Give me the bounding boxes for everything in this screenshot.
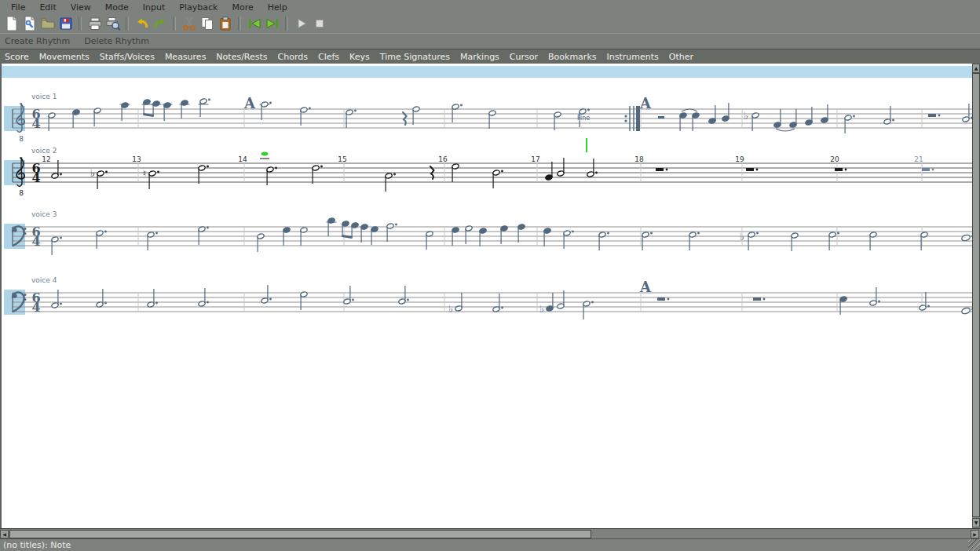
tab-instruments[interactable]: Instruments xyxy=(607,52,659,62)
svg-text:14: 14 xyxy=(238,155,247,163)
delete-rhythm-button[interactable]: Delete Rhythm xyxy=(84,36,149,46)
tool-tab-bar: Score Movements Staffs/Voices Measures N… xyxy=(0,49,980,64)
status-text: (no titles): Note xyxy=(0,540,71,550)
svg-text:21: 21 xyxy=(914,155,923,163)
tab-cursor[interactable]: Cursor xyxy=(510,52,538,62)
toolbar-separator xyxy=(285,16,288,31)
svg-text:♭: ♭ xyxy=(740,231,744,243)
toolbar-separator xyxy=(79,16,82,31)
horizontal-scrollbar[interactable]: ◀ ▶ xyxy=(0,528,980,538)
svg-text:voice 2: voice 2 xyxy=(31,147,57,155)
tab-clefs[interactable]: Clefs xyxy=(318,52,339,62)
redo-icon[interactable] xyxy=(151,15,169,32)
menu-bar: File Edit View Mode Input Playback More … xyxy=(0,0,980,14)
print-preview-icon[interactable] xyxy=(104,15,122,32)
tab-time-signatures[interactable]: Time Signatures xyxy=(380,52,450,62)
menu-more[interactable]: More xyxy=(225,2,259,13)
tab-movements[interactable]: Movements xyxy=(39,52,90,62)
svg-text:16: 16 xyxy=(438,155,448,163)
svg-text:4: 4 xyxy=(31,300,40,315)
open-folder-icon[interactable] xyxy=(38,15,57,32)
save-icon[interactable] xyxy=(57,15,75,32)
scroll-left-button[interactable]: ◀ xyxy=(0,530,9,538)
svg-text:8: 8 xyxy=(19,189,24,197)
svg-text:voice 1: voice 1 xyxy=(31,93,57,100)
svg-text:♭: ♭ xyxy=(448,303,453,315)
toolbar-separator xyxy=(238,16,241,31)
toolbar-separator xyxy=(173,16,176,31)
vertical-scrollbar-thumb[interactable] xyxy=(972,73,980,517)
svg-text:4: 4 xyxy=(31,234,40,249)
scroll-up-button[interactable]: ▲ xyxy=(972,64,980,73)
svg-text:8: 8 xyxy=(19,135,24,143)
status-bar: (no titles): Note xyxy=(0,538,980,551)
paste-icon[interactable] xyxy=(216,15,234,32)
tab-other[interactable]: Other xyxy=(669,52,693,62)
copy-icon[interactable] xyxy=(198,15,216,32)
menu-mode[interactable]: Mode xyxy=(99,2,135,13)
document-wizard-icon[interactable] xyxy=(20,15,38,32)
svg-text:♭: ♭ xyxy=(90,167,95,179)
svg-text:A: A xyxy=(639,279,652,295)
go-to-end-icon[interactable] xyxy=(263,15,281,32)
scroll-right-button[interactable]: ▶ xyxy=(971,530,979,538)
svg-text:12: 12 xyxy=(42,155,50,163)
tab-keys[interactable]: Keys xyxy=(349,52,370,62)
tab-measures[interactable]: Measures xyxy=(165,52,206,62)
resize-grip[interactable] xyxy=(968,539,980,551)
rhythm-toolbar: Create Rhythm Delete Rhythm xyxy=(0,33,980,49)
svg-text:A: A xyxy=(243,95,256,111)
svg-text:♮: ♮ xyxy=(143,168,146,179)
scroll-down-button[interactable]: ▼ xyxy=(972,518,980,527)
svg-text:voice 4: voice 4 xyxy=(31,276,57,284)
svg-text:13: 13 xyxy=(132,155,141,163)
toolbar-separator xyxy=(126,16,129,31)
svg-text:4: 4 xyxy=(31,116,40,131)
menu-view[interactable]: View xyxy=(64,2,97,13)
svg-text:17: 17 xyxy=(531,155,539,163)
svg-text:♭: ♭ xyxy=(539,303,544,315)
horizontal-scrollbar-thumb[interactable] xyxy=(9,530,591,538)
svg-text:19: 19 xyxy=(735,155,744,163)
print-icon[interactable] xyxy=(86,15,104,32)
main-toolbar xyxy=(0,14,980,33)
menu-playback[interactable]: Playback xyxy=(173,2,224,13)
undo-icon[interactable] xyxy=(133,15,151,32)
tab-chords[interactable]: Chords xyxy=(278,52,308,62)
menu-edit[interactable]: Edit xyxy=(33,2,62,13)
create-rhythm-button[interactable]: Create Rhythm xyxy=(5,36,70,46)
svg-text:A: A xyxy=(639,95,652,111)
vertical-scrollbar[interactable]: ▲ ▼ xyxy=(972,64,980,528)
menu-help[interactable]: Help xyxy=(261,2,294,13)
svg-text:Fine: Fine xyxy=(577,115,590,122)
tab-markings[interactable]: Markings xyxy=(460,52,499,62)
svg-text:4: 4 xyxy=(31,170,40,185)
cut-icon[interactable] xyxy=(180,15,198,32)
score-canvas[interactable]: 864voice 1♭AAFine864voice 2♭♮64voice 3♭6… xyxy=(0,64,972,528)
tab-notes-rests[interactable]: Notes/Rests xyxy=(216,52,267,62)
go-to-start-icon[interactable] xyxy=(245,15,263,32)
tab-score[interactable]: Score xyxy=(5,52,29,62)
svg-text:15: 15 xyxy=(338,155,346,163)
menu-input[interactable]: Input xyxy=(137,2,171,13)
svg-text:♭: ♭ xyxy=(744,110,748,122)
new-file-icon[interactable] xyxy=(2,15,20,32)
tab-bookmarks[interactable]: Bookmarks xyxy=(548,52,596,62)
play-icon[interactable] xyxy=(292,15,310,32)
svg-text:voice 3: voice 3 xyxy=(31,210,57,218)
svg-text:18: 18 xyxy=(634,155,644,163)
svg-text:20: 20 xyxy=(830,155,839,163)
tab-staffs-voices[interactable]: Staffs/Voices xyxy=(100,52,155,62)
stop-icon[interactable] xyxy=(310,15,328,32)
score-notation[interactable]: 864voice 1♭AAFine864voice 2♭♮64voice 3♭6… xyxy=(2,64,974,528)
menu-file[interactable]: File xyxy=(5,2,31,13)
